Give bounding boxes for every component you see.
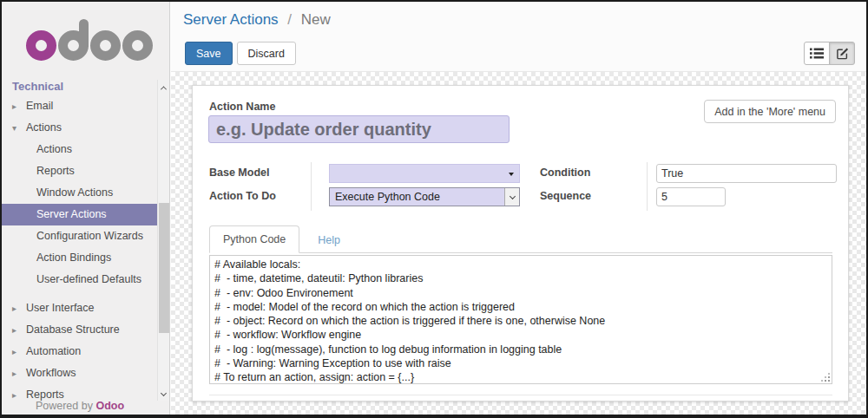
sidebar-item-label: Actions bbox=[26, 121, 62, 134]
resize-grip[interactable] bbox=[828, 380, 830, 382]
save-button[interactable]: Save bbox=[185, 42, 233, 65]
breadcrumb-server-actions-link[interactable]: Server Actions bbox=[183, 11, 279, 28]
discard-button[interactable]: Discard bbox=[237, 42, 296, 65]
action-to-do-value: Execute Python Code bbox=[330, 191, 504, 203]
sidebar-item-actions-actions[interactable]: Actions bbox=[2, 139, 157, 160]
sidebar-item-label: Server Actions bbox=[36, 208, 107, 220]
tab-help[interactable]: Help bbox=[305, 227, 353, 253]
sidebar-item-label: Reports bbox=[36, 165, 75, 177]
powered-by-text: Powered by bbox=[36, 400, 93, 412]
chevron-right-icon: ▸ bbox=[12, 362, 16, 384]
condition-label: Condition bbox=[540, 167, 590, 179]
field-separator bbox=[647, 162, 648, 211]
chevron-down-icon bbox=[509, 193, 515, 199]
powered-by: Powered by Odoo bbox=[2, 400, 158, 412]
sidebar-item-label: Actions bbox=[36, 143, 72, 155]
chevron-right-icon: ▸ bbox=[12, 319, 16, 341]
caret-down-icon bbox=[509, 173, 514, 176]
action-name-input[interactable] bbox=[208, 115, 510, 143]
chevron-right-icon: ▸ bbox=[12, 95, 16, 117]
edit-form-icon bbox=[836, 47, 849, 60]
logo-letter-o bbox=[26, 30, 56, 61]
app-window: Technical ▸ Email ▾ Actions Actions Repo… bbox=[0, 0, 868, 418]
form-view-background: Action Name Add in the 'More' menu Base … bbox=[171, 71, 866, 415]
list-view-icon bbox=[810, 48, 824, 59]
sidebar-item-label: Email bbox=[26, 100, 53, 112]
breadcrumb-separator: / bbox=[287, 11, 292, 28]
sidebar-item-label: Reports bbox=[26, 389, 64, 401]
logo-letter-d-stem bbox=[79, 19, 89, 47]
sidebar-scrollbar[interactable] bbox=[157, 80, 169, 401]
notebook-tabs: Python Code Help bbox=[209, 225, 832, 253]
sidebar-item-label: Configuration Wizards bbox=[36, 230, 143, 242]
logo-letter-o2 bbox=[90, 30, 121, 61]
python-code-wrap: # Available locals: # - time, datetime, … bbox=[209, 255, 832, 384]
scroll-up-icon[interactable] bbox=[158, 82, 169, 94]
sidebar-item-automation[interactable]: ▸ Automation bbox=[2, 341, 157, 362]
sidebar-item-label: User Interface bbox=[26, 302, 95, 314]
sidebar-item-actions[interactable]: ▾ Actions bbox=[2, 117, 157, 139]
sidebar-item-reports-child[interactable]: Reports bbox=[2, 160, 157, 182]
odoo-footer-link[interactable]: Odoo bbox=[95, 400, 124, 412]
action-to-do-select[interactable]: Execute Python Code bbox=[329, 187, 520, 206]
sidebar-item-database-structure[interactable]: ▸ Database Structure bbox=[2, 319, 157, 341]
sequence-input[interactable] bbox=[656, 187, 726, 206]
sidebar: Technical ▸ Email ▾ Actions Actions Repo… bbox=[2, 2, 170, 415]
chevron-right-icon: ▸ bbox=[12, 297, 16, 319]
logo-area bbox=[2, 2, 169, 75]
field-separator bbox=[311, 162, 312, 211]
sidebar-item-workflows[interactable]: ▸ Workflows bbox=[2, 362, 157, 384]
chevron-down-icon: ▾ bbox=[12, 117, 16, 139]
view-switcher bbox=[804, 42, 855, 65]
list-view-button[interactable] bbox=[804, 42, 830, 65]
sidebar-item-window-actions[interactable]: Window Actions bbox=[2, 182, 157, 204]
topbar: Server Actions / New Save Discard bbox=[171, 2, 866, 71]
main-area: Server Actions / New Save Discard bbox=[171, 2, 866, 415]
action-to-do-label: Action To Do bbox=[209, 190, 276, 202]
sidebar-item-label: User-defined Defaults bbox=[36, 273, 141, 285]
sidebar-item-label: Workflows bbox=[26, 367, 76, 379]
sheet-divider bbox=[209, 395, 832, 395]
base-model-label: Base Model bbox=[209, 167, 269, 179]
sidebar-item-server-actions[interactable]: Server Actions bbox=[2, 204, 157, 225]
sidebar-item-configuration-wizards[interactable]: Configuration Wizards bbox=[2, 225, 157, 247]
base-model-select[interactable] bbox=[329, 164, 520, 183]
scroll-down-icon[interactable] bbox=[158, 387, 169, 399]
action-name-label: Action Name bbox=[209, 101, 275, 113]
logo-letter-o3 bbox=[122, 30, 153, 61]
breadcrumb: Server Actions / New bbox=[183, 11, 331, 29]
breadcrumb-current: New bbox=[301, 11, 331, 28]
sidebar-item-user-interface[interactable]: ▸ User Interface bbox=[2, 297, 157, 319]
python-code-textarea[interactable]: # Available locals: # - time, datetime, … bbox=[209, 255, 832, 384]
add-more-menu-button[interactable]: Add in the 'More' menu bbox=[704, 100, 836, 123]
sidebar-section-title: Technical bbox=[2, 78, 169, 95]
form-buttonbar: Save Discard bbox=[185, 42, 296, 65]
sidebar-item-label: Window Actions bbox=[36, 186, 113, 199]
form-view-button[interactable] bbox=[829, 42, 855, 65]
sidebar-item-user-defined-defaults[interactable]: User-defined Defaults bbox=[2, 269, 157, 291]
scrollbar-thumb[interactable] bbox=[159, 203, 169, 333]
sidebar-item-label: Action Bindings bbox=[36, 251, 111, 264]
form-sheet: Action Name Add in the 'More' menu Base … bbox=[192, 85, 849, 402]
chevron-right-icon: ▸ bbox=[12, 341, 16, 362]
select-dropdown-button bbox=[504, 188, 519, 206]
tab-python-code[interactable]: Python Code bbox=[209, 225, 299, 253]
sidebar-item-email[interactable]: ▸ Email bbox=[2, 95, 157, 117]
sequence-label: Sequence bbox=[540, 190, 591, 202]
sidebar-item-action-bindings[interactable]: Action Bindings bbox=[2, 247, 157, 269]
condition-input[interactable] bbox=[656, 164, 837, 183]
sidebar-item-label: Database Structure bbox=[26, 323, 120, 336]
sidebar-item-label: Automation bbox=[26, 345, 81, 357]
